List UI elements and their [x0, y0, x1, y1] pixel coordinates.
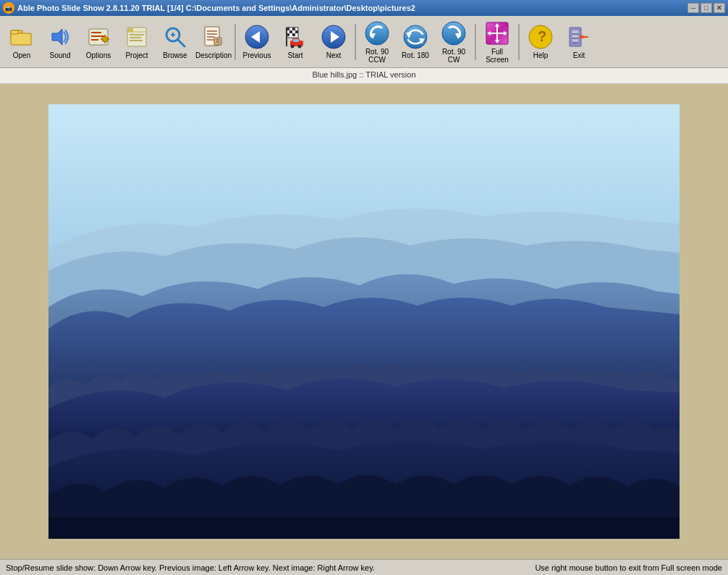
svg-point-43: [291, 45, 295, 49]
next-icon: [321, 24, 347, 50]
options-button[interactable]: Options: [80, 18, 117, 66]
status-bar: Stop/Resume slide show: Down Arrow key. …: [0, 559, 728, 575]
sound-icon: [47, 24, 73, 50]
browse-button[interactable]: Browse: [156, 18, 194, 66]
fullscreen-icon: [484, 20, 510, 46]
description-icon: [200, 24, 227, 50]
svg-rect-45: [293, 39, 299, 42]
svg-rect-18: [128, 28, 133, 32]
svg-point-44: [298, 45, 302, 49]
rot-cw-button[interactable]: Rot. 90 CW: [435, 18, 473, 66]
separator-3: [475, 24, 476, 60]
maximize-button[interactable]: □: [701, 3, 712, 13]
slide-image: [48, 104, 680, 539]
rot-cw-icon: [441, 20, 467, 46]
start-button[interactable]: Start: [276, 18, 314, 66]
svg-rect-66: [572, 30, 578, 33]
svg-rect-39: [292, 33, 295, 36]
svg-rect-16: [130, 37, 141, 38]
status-left-text: Stop/Resume slide show: Down Arrow key. …: [6, 563, 375, 572]
app-icon: 📷: [3, 2, 14, 14]
options-icon: [85, 24, 111, 50]
next-label: Next: [326, 51, 342, 59]
filename-bar: Blue hills.jpg :: TRIAL version: [0, 68, 728, 84]
help-icon: ?: [528, 24, 554, 50]
image-area: [0, 84, 728, 559]
browse-icon: [162, 24, 188, 50]
svg-rect-28: [214, 38, 221, 45]
title-bar: 📷 Able Photo Slide Show 2.8.11.20 TRIAL …: [0, 0, 728, 16]
filename-text: Blue hills.jpg :: TRIAL version: [312, 70, 415, 79]
svg-rect-5: [91, 32, 101, 33]
separator-2: [355, 24, 356, 60]
minimize-button[interactable]: ─: [687, 3, 699, 13]
exit-button[interactable]: Exit: [560, 18, 598, 66]
svg-marker-3: [52, 29, 62, 45]
svg-point-8: [102, 36, 108, 42]
rot-180-button[interactable]: Rot. 180: [397, 18, 434, 66]
title-buttons[interactable]: ─ □ ✕: [687, 3, 725, 13]
rot-180-label: Rot. 180: [402, 51, 429, 59]
open-button[interactable]: Open: [3, 18, 41, 66]
status-right-text: Use right mouse button to exit from Full…: [535, 563, 722, 572]
separator-4: [518, 24, 520, 60]
previous-button[interactable]: Previous: [238, 18, 276, 66]
sound-button[interactable]: Sound: [41, 18, 79, 66]
svg-rect-68: [572, 39, 578, 42]
close-button[interactable]: ✕: [714, 3, 725, 13]
svg-rect-36: [292, 28, 295, 30]
rot-ccw-button[interactable]: Rot. 90 CCW: [358, 18, 396, 66]
exit-label: Exit: [573, 51, 585, 59]
options-label: Options: [86, 51, 111, 59]
sound-label: Sound: [50, 51, 71, 59]
svg-rect-15: [130, 34, 144, 35]
svg-line-20: [178, 40, 185, 46]
rot-180-icon: [402, 24, 428, 50]
help-button[interactable]: ? Help: [522, 18, 559, 66]
start-icon: [282, 24, 308, 50]
project-icon: [124, 24, 150, 50]
rot-ccw-label: Rot. 90 CCW: [360, 48, 394, 64]
browse-label: Browse: [163, 51, 187, 59]
rot-cw-label: Rot. 90 CW: [437, 48, 470, 64]
open-icon: [9, 24, 35, 50]
svg-rect-37: [295, 30, 298, 33]
svg-rect-35: [289, 30, 292, 33]
svg-rect-1: [11, 33, 31, 45]
svg-rect-6: [91, 35, 104, 37]
svg-rect-7: [91, 39, 98, 41]
fullscreen-button[interactable]: Full Screen: [478, 18, 516, 66]
title-text: Able Photo Slide Show 2.8.11.20 TRIAL [1…: [17, 4, 415, 12]
help-label: Help: [533, 51, 549, 59]
svg-point-53: [442, 22, 465, 45]
description-button[interactable]: Description: [195, 18, 232, 66]
previous-label: Previous: [243, 51, 271, 59]
description-label: Description: [195, 51, 232, 59]
title-bar-left: 📷 Able Photo Slide Show 2.8.11.20 TRIAL …: [3, 2, 415, 14]
svg-point-48: [365, 22, 389, 45]
svg-rect-17: [130, 40, 143, 41]
rot-ccw-icon: [364, 20, 390, 46]
project-label: Project: [125, 51, 148, 59]
svg-rect-67: [572, 35, 578, 38]
previous-icon: [244, 24, 270, 50]
svg-text:?: ?: [538, 28, 546, 44]
toolbar: Open Sound Optio: [0, 16, 728, 68]
svg-point-50: [404, 25, 427, 49]
fullscreen-label: Full Screen: [481, 48, 514, 64]
project-button[interactable]: Project: [118, 18, 156, 66]
next-button[interactable]: Next: [315, 18, 352, 66]
open-label: Open: [13, 51, 30, 59]
exit-icon: [566, 24, 592, 50]
separator-1: [234, 24, 236, 60]
start-label: Start: [287, 51, 302, 59]
svg-rect-2: [11, 30, 18, 34]
